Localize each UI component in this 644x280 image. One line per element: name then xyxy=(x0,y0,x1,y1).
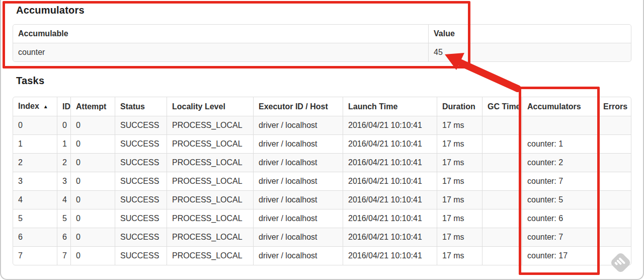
cell-locality-level: PROCESS_LOCAL xyxy=(167,172,253,190)
cell-accumulators xyxy=(522,116,598,134)
cell-index: 2 xyxy=(13,153,57,172)
cell-duration: 17 ms xyxy=(437,209,482,228)
cell-executor-id-host: driver / localhost xyxy=(253,134,343,153)
cell-locality-level: PROCESS_LOCAL xyxy=(167,190,253,209)
cell-locality-level: PROCESS_LOCAL xyxy=(167,228,253,246)
cell-launch-time: 2016/04/21 10:10:41 xyxy=(343,246,437,265)
cell-attempt: 0 xyxy=(70,134,115,153)
cell-attempt: 0 xyxy=(70,246,115,265)
cell-accumulable: counter xyxy=(13,43,428,61)
column-header-label: Executor ID / Host xyxy=(259,102,328,111)
cell-errors xyxy=(598,172,631,190)
cell-gc-time xyxy=(482,153,522,172)
column-header-label: Errors xyxy=(603,102,627,111)
cell-id: 3 xyxy=(57,172,70,190)
cell-index: 7 xyxy=(13,246,57,265)
cell-duration: 17 ms xyxy=(437,153,482,172)
cell-status: SUCCESS xyxy=(115,116,167,134)
cell-launch-time: 2016/04/21 10:10:41 xyxy=(343,228,437,246)
table-row: 110SUCCESSPROCESS_LOCALdriver / localhos… xyxy=(13,134,631,153)
cell-executor-id-host: driver / localhost xyxy=(253,153,343,172)
cell-status: SUCCESS xyxy=(115,134,167,153)
tasks-section-heading: Tasks xyxy=(16,75,44,87)
cell-launch-time: 2016/04/21 10:10:41 xyxy=(343,209,437,228)
cell-id: 2 xyxy=(57,153,70,172)
column-header-attempt[interactable]: Attempt xyxy=(70,97,115,116)
column-header-label: Accumulable xyxy=(18,29,68,38)
column-header-label: ID xyxy=(62,102,70,111)
cell-errors xyxy=(598,116,631,134)
cell-index: 0 xyxy=(13,116,57,134)
cell-gc-time xyxy=(482,209,522,228)
tasks-table: Index▲IDAttemptStatusLocality LevelExecu… xyxy=(13,97,631,265)
header-row: AccumulableValue xyxy=(13,25,631,43)
cell-launch-time: 2016/04/21 10:10:41 xyxy=(343,172,437,190)
cell-accumulators: counter: 17 xyxy=(522,246,598,265)
cell-errors xyxy=(598,134,631,153)
cell-id: 0 xyxy=(57,116,70,134)
cell-locality-level: PROCESS_LOCAL xyxy=(167,153,253,172)
cell-errors xyxy=(598,190,631,209)
column-header-locality-level[interactable]: Locality Level xyxy=(167,97,253,116)
column-header-launch-time[interactable]: Launch Time xyxy=(343,97,437,116)
column-header-label: GC Time xyxy=(488,102,521,111)
cell-attempt: 0 xyxy=(70,116,115,134)
cell-duration: 17 ms xyxy=(437,172,482,190)
column-header-label: Index xyxy=(18,102,39,110)
column-header-accumulable: Accumulable xyxy=(13,25,428,43)
cell-accumulators: counter: 7 xyxy=(522,172,598,190)
cell-errors xyxy=(598,153,631,172)
table-row: 660SUCCESSPROCESS_LOCALdriver / localhos… xyxy=(13,228,631,246)
accumulators-table: AccumulableValue counter45 xyxy=(13,24,631,62)
table-row: 440SUCCESSPROCESS_LOCALdriver / localhos… xyxy=(13,190,631,209)
cell-status: SUCCESS xyxy=(115,172,167,190)
table-row: 330SUCCESSPROCESS_LOCALdriver / localhos… xyxy=(13,172,631,190)
column-header-label: Duration xyxy=(442,102,475,111)
cell-duration: 17 ms xyxy=(437,246,482,265)
accumulators-section-heading: Accumulators xyxy=(16,5,85,16)
cell-gc-time xyxy=(482,134,522,153)
cell-duration: 17 ms xyxy=(437,190,482,209)
tasks-table-body: 000SUCCESSPROCESS_LOCALdriver / localhos… xyxy=(13,116,631,265)
cell-duration: 17 ms xyxy=(437,116,482,134)
cell-status: SUCCESS xyxy=(115,209,167,228)
cell-gc-time xyxy=(482,116,522,134)
cell-attempt: 0 xyxy=(70,190,115,209)
table-row: 000SUCCESSPROCESS_LOCALdriver / localhos… xyxy=(13,116,631,134)
cell-executor-id-host: driver / localhost xyxy=(253,116,343,134)
column-header-id[interactable]: ID xyxy=(57,97,70,116)
cell-duration: 17 ms xyxy=(437,134,482,153)
cell-locality-level: PROCESS_LOCAL xyxy=(167,246,253,265)
column-header-accumulators[interactable]: Accumulators xyxy=(522,97,598,116)
cell-id: 5 xyxy=(57,209,70,228)
cell-accumulators: counter: 6 xyxy=(522,209,598,228)
cell-attempt: 0 xyxy=(70,153,115,172)
cell-attempt: 0 xyxy=(70,172,115,190)
column-header-executor-id-host[interactable]: Executor ID / Host xyxy=(253,97,343,116)
column-header-status[interactable]: Status xyxy=(115,97,167,116)
spark-stage-page: Accumulators AccumulableValue counter45 … xyxy=(0,0,644,280)
cell-accumulators: counter: 5 xyxy=(522,190,598,209)
cell-index: 6 xyxy=(13,228,57,246)
cell-errors xyxy=(598,209,631,228)
cell-id: 4 xyxy=(57,190,70,209)
sort-ascending-icon: ▲ xyxy=(43,104,48,109)
cell-gc-time xyxy=(482,172,522,190)
cell-id: 7 xyxy=(57,246,70,265)
cell-accumulators: counter: 1 xyxy=(522,134,598,153)
cell-launch-time: 2016/04/21 10:10:41 xyxy=(343,190,437,209)
cell-executor-id-host: driver / localhost xyxy=(253,209,343,228)
cell-errors xyxy=(598,228,631,246)
cell-executor-id-host: driver / localhost xyxy=(253,228,343,246)
column-header-label: Accumulators xyxy=(527,102,581,111)
column-header-gc-time[interactable]: GC Time xyxy=(482,97,522,116)
cell-status: SUCCESS xyxy=(115,190,167,209)
cell-executor-id-host: driver / localhost xyxy=(253,246,343,265)
cell-gc-time xyxy=(482,190,522,209)
column-header-errors[interactable]: Errors xyxy=(598,97,631,116)
accumulators-table-body: counter45 xyxy=(13,43,631,61)
column-header-index[interactable]: Index▲ xyxy=(13,97,57,116)
column-header-duration[interactable]: Duration xyxy=(437,97,482,116)
cell-index: 4 xyxy=(13,190,57,209)
cell-value: 45 xyxy=(428,43,631,61)
